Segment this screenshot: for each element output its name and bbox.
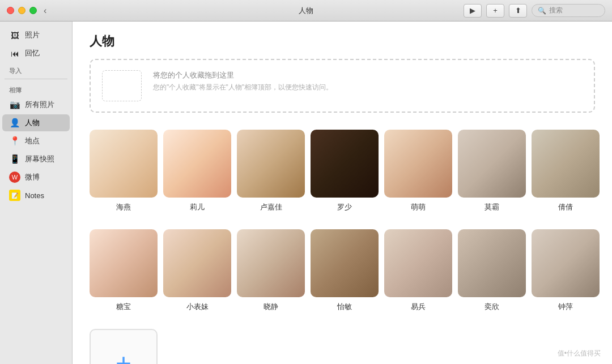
sidebar-label-all-photos: 所有照片 — [25, 100, 54, 110]
sidebar: 🖼 照片 ⏮ 回忆 导入 相簿 📷 所有照片 👤 人物 📍 地点 📱 屏幕快照 … — [0, 22, 73, 364]
section-albums: 相簿 — [0, 82, 72, 96]
person-photo-person-5 — [384, 130, 452, 198]
notes-icon: 📝 — [9, 190, 20, 201]
add-person-card[interactable]: + 添加人物 — [90, 329, 158, 364]
person-name-person-10: 晓静 — [264, 302, 278, 312]
person-card-person-14[interactable]: 钟萍 — [532, 229, 600, 312]
person-card-person-8[interactable]: 糖宝 — [90, 229, 158, 312]
sidebar-label-places: 地点 — [25, 136, 40, 146]
person-card-person-11[interactable]: 怡敏 — [311, 229, 379, 312]
person-card-person-3[interactable]: 卢嘉佳 — [237, 130, 305, 212]
person-name-person-8: 糖宝 — [116, 302, 131, 312]
person-card-person-6[interactable]: 莫霸 — [458, 130, 526, 212]
person-name-person-2: 莉儿 — [190, 202, 205, 212]
sidebar-item-screenshots[interactable]: 📱 屏幕快照 — [2, 151, 70, 168]
sidebar-label-screenshots: 屏幕快照 — [25, 154, 54, 164]
person-card-person-1[interactable]: 海燕 — [90, 130, 158, 212]
back-button[interactable]: ‹ — [44, 6, 46, 15]
window-title: 人物 — [299, 6, 313, 16]
person-name-person-12: 易兵 — [411, 302, 426, 312]
maximize-button[interactable] — [29, 7, 37, 14]
sidebar-label-memories: 回忆 — [25, 48, 40, 58]
person-name-person-11: 怡敏 — [337, 302, 352, 312]
sidebar-item-all-photos[interactable]: 📷 所有照片 — [2, 96, 70, 113]
person-name-person-13: 奕欣 — [484, 302, 499, 312]
favorites-desc: 您的"个人收藏"将显示在"人物"相簿顶部，以便您快速访问。 — [153, 83, 333, 92]
sidebar-item-places[interactable]: 📍 地点 — [2, 132, 70, 149]
person-photo-person-1 — [90, 130, 158, 198]
person-photo-person-7 — [532, 130, 600, 198]
person-name-person-6: 莫霸 — [484, 202, 499, 212]
favorites-title: 将您的个人收藏拖到这里 — [153, 70, 333, 80]
person-name-person-5: 萌萌 — [411, 202, 426, 212]
favorites-placeholder — [102, 70, 142, 101]
content-area: 人物 将您的个人收藏拖到这里 您的"个人收藏"将显示在"人物"相簿顶部，以便您快… — [73, 22, 612, 364]
search-box[interactable]: 🔍 搜索 — [532, 4, 605, 17]
person-card-person-9[interactable]: 小表妹 — [163, 229, 231, 312]
person-photo-person-3 — [237, 130, 305, 198]
memories-icon: ⏮ — [9, 48, 20, 59]
person-photo-person-10 — [237, 229, 305, 297]
favorites-drop-zone[interactable]: 将您的个人收藏拖到这里 您的"个人收藏"将显示在"人物"相簿顶部，以便您快速访问… — [90, 59, 595, 113]
titlebar: ‹ 人物 ▶ + ⬆ 🔍 搜索 — [0, 0, 612, 22]
people-icon: 👤 — [9, 117, 20, 129]
person-card-person-13[interactable]: 奕欣 — [458, 229, 526, 312]
people-grid-row1: 海燕 莉儿 卢嘉佳 罗少 萌萌 莫霸 — [90, 130, 595, 212]
person-card-person-10[interactable]: 晓静 — [237, 229, 305, 312]
photos-icon: 🖼 — [9, 29, 20, 41]
add-button[interactable]: + — [486, 4, 504, 18]
sidebar-label-photos: 照片 — [25, 30, 40, 40]
favorites-text: 将您的个人收藏拖到这里 您的"个人收藏"将显示在"人物"相簿顶部，以便您快速访问… — [153, 70, 333, 92]
person-name-person-14: 钟萍 — [558, 302, 573, 312]
person-photo-person-9 — [163, 229, 231, 297]
watermark: 值•什么值得买 — [558, 349, 601, 358]
person-name-person-7: 倩倩 — [558, 202, 573, 212]
person-photo-person-2 — [163, 130, 231, 198]
sidebar-item-people[interactable]: 👤 人物 — [2, 114, 70, 131]
sidebar-item-notes[interactable]: 📝 Notes — [2, 187, 70, 204]
add-person-box: + — [90, 329, 158, 364]
search-placeholder: 搜索 — [549, 6, 563, 15]
titlebar-actions: ▶ + ⬆ 🔍 搜索 — [464, 4, 605, 18]
person-photo-person-12 — [384, 229, 452, 297]
play-button[interactable]: ▶ — [464, 4, 482, 18]
person-photo-person-4 — [311, 130, 379, 198]
person-card-person-4[interactable]: 罗少 — [311, 130, 379, 212]
section-import: 导入 — [0, 62, 72, 76]
main-layout: 🖼 照片 ⏮ 回忆 导入 相簿 📷 所有照片 👤 人物 📍 地点 📱 屏幕快照 … — [0, 22, 612, 364]
sidebar-label-weibo: 微博 — [25, 172, 40, 182]
close-button[interactable] — [7, 7, 14, 14]
person-photo-person-14 — [532, 229, 600, 297]
sidebar-item-memories[interactable]: ⏮ 回忆 — [2, 45, 70, 62]
person-photo-person-13 — [458, 229, 526, 297]
places-icon: 📍 — [9, 135, 20, 147]
person-photo-person-6 — [458, 130, 526, 198]
screenshots-icon: 📱 — [9, 153, 20, 165]
share-button[interactable]: ⬆ — [509, 4, 527, 18]
traffic-lights — [7, 7, 37, 14]
person-name-person-9: 小表妹 — [186, 302, 209, 312]
person-card-person-2[interactable]: 莉儿 — [163, 130, 231, 212]
page-title: 人物 — [90, 33, 595, 50]
sidebar-label-people: 人物 — [25, 118, 40, 128]
person-name-person-3: 卢嘉佳 — [260, 202, 282, 212]
people-grid-row2: 糖宝 小表妹 晓静 怡敏 易兵 奕欣 — [90, 229, 595, 312]
person-photo-person-8 — [90, 229, 158, 297]
all-photos-icon: 📷 — [9, 99, 20, 110]
sidebar-divider-1 — [5, 79, 67, 79]
search-icon: 🔍 — [538, 7, 546, 15]
person-name-person-4: 罗少 — [337, 202, 352, 212]
sidebar-item-weibo[interactable]: W 微博 — [2, 169, 70, 186]
person-card-person-5[interactable]: 萌萌 — [384, 130, 452, 212]
minimize-button[interactable] — [18, 7, 26, 14]
person-card-person-12[interactable]: 易兵 — [384, 229, 452, 312]
sidebar-label-notes: Notes — [25, 191, 44, 200]
sidebar-item-photos[interactable]: 🖼 照片 — [2, 27, 70, 44]
person-photo-person-11 — [311, 229, 379, 297]
person-card-person-7[interactable]: 倩倩 — [532, 130, 600, 212]
weibo-icon: W — [9, 172, 20, 183]
person-name-person-1: 海燕 — [116, 202, 131, 212]
